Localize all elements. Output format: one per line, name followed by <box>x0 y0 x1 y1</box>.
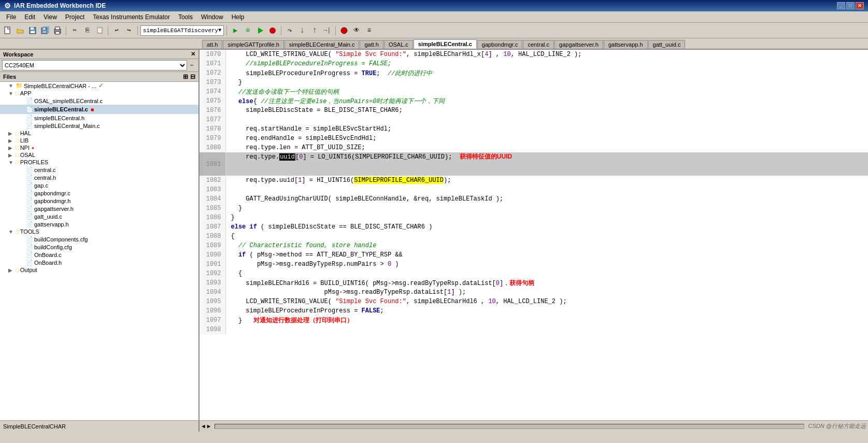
tree-folder-app[interactable]: ▼ □ APP <box>0 90 198 97</box>
stop-button[interactable] <box>267 25 278 36</box>
code-line[interactable]: pMsg->msg.readByTypeRsp.numPairs > 0 ) <box>225 260 868 269</box>
horizontal-scrollbar[interactable] <box>215 424 804 429</box>
code-editor[interactable]: 1070 LCD_WRITE_STRING_VALUE( "Simple Svc… <box>200 50 868 420</box>
minimize-button[interactable]: _ <box>837 2 845 9</box>
code-line[interactable]: simpleBLEDiscState = BLE_DISC_STATE_CHAR… <box>225 106 868 115</box>
tab-simpleGATTprofile[interactable]: simpleGATTprofile.h <box>223 40 283 49</box>
tree-file-onboard-h[interactable]: 📄 OnBoard.h <box>0 259 198 266</box>
code-line[interactable]: simpleBLEProcedureInProgress = FALSE; <box>225 306 868 316</box>
tree-project-root[interactable]: ▼ 📁 SimpleBLECentralCHAR - ... ✓ <box>0 82 198 90</box>
watch-button[interactable]: 👁 <box>351 25 362 36</box>
code-line[interactable]: { <box>225 232 868 241</box>
code-line[interactable]: simpleBLECharHdl6 = BUILD_UINT16( pMsg->… <box>225 278 868 288</box>
filter-icon[interactable]: ⊞ <box>183 73 188 80</box>
code-line[interactable]: LCD_WRITE_STRING_VALUE( "Simple Svc Foun… <box>225 50 868 59</box>
tab-simpleBLECentral-c[interactable]: simpleBLECentral.c <box>414 39 477 49</box>
menu-window[interactable]: Window <box>197 12 227 22</box>
tab-gapgattserver-h[interactable]: gapgattserver.h <box>554 40 603 49</box>
menu-edit[interactable]: Edit <box>20 12 39 22</box>
menu-file[interactable]: File <box>2 12 20 22</box>
code-line[interactable]: { <box>225 269 868 278</box>
step-into-button[interactable]: ↓ <box>296 25 308 36</box>
code-line[interactable]: req.startHandle = simpleBLESvcStartHdl; <box>225 124 868 134</box>
undo-button[interactable]: ↩ <box>111 25 122 36</box>
tree-folder-npi[interactable]: ▶ □ NPI ● <box>0 144 198 151</box>
menu-project[interactable]: Project <box>61 12 89 22</box>
tree-file-gatt-uuid-c[interactable]: 📄 gatt_uuid.c <box>0 212 198 220</box>
menu-ti-emulator[interactable]: Texas Instruments Emulator <box>89 12 174 22</box>
tree-folder-profiles[interactable]: ▼ □ PROFILES <box>0 159 198 166</box>
tree-file-gattservapp-h[interactable]: 📄 gattservapp.h <box>0 220 198 228</box>
tree-file-simpleblecentral-h[interactable]: 📄 simpleBLECentral.h <box>0 114 198 122</box>
menu-tools[interactable]: Tools <box>174 12 197 22</box>
code-line[interactable]: // Characteristic found, store handle <box>225 241 868 250</box>
code-line[interactable] <box>225 185 868 194</box>
tree-file-gap-c[interactable]: 📄 gap.c <box>0 181 198 189</box>
tree-file-buildcomponents[interactable]: 📄 buildComponents.cfg <box>0 235 198 243</box>
tree-file-onboard-c[interactable]: 📄 OnBoard.c <box>0 251 198 259</box>
code-line[interactable]: req.type.len = ATT_BT_UUID_SIZE; <box>225 143 868 152</box>
tree-file-simpleblecentral-c[interactable]: 📄 simpleBLECentral.c ● <box>0 105 198 114</box>
workspace-close-button[interactable]: ✕ <box>191 51 195 58</box>
save-button[interactable] <box>27 25 38 36</box>
step-over-button[interactable]: ↷ <box>284 25 295 36</box>
tree-file-gapbondmgr-c[interactable]: 📄 gapbondmgr.c <box>0 189 198 197</box>
close-button[interactable]: ✕ <box>856 2 864 9</box>
tab-gatt-h[interactable]: gatt.h <box>360 40 383 49</box>
compile-button[interactable]: ⚙ <box>242 25 253 36</box>
tree-file-gapbondmgr-h[interactable]: 📄 gapbondmgr.h <box>0 197 198 205</box>
print-button[interactable] <box>52 25 63 36</box>
register-button[interactable]: ≡ <box>363 25 375 36</box>
tree-file-central-h[interactable]: 📄 central.h <box>0 174 198 181</box>
code-line[interactable]: req.type.uuid[0] = LO_UINT16(SIMPLEPROFI… <box>225 152 868 176</box>
toggle-breakpoint-button[interactable] <box>338 25 350 36</box>
tab-gapbondmgr-c[interactable]: gapbondmgr.c <box>477 40 523 49</box>
code-line[interactable]: req.endHandle = simpleBLESvcEndHdl; <box>225 134 868 143</box>
tab-simpleBLECentral-Main[interactable]: simpleBLECentral_Main.c <box>284 40 360 49</box>
code-line[interactable]: else if ( simpleBLEDiscState == BLE_DISC… <box>225 222 868 232</box>
code-line[interactable]: //simpleBLEProcedureInProgress = FALSE; <box>225 59 868 68</box>
maximize-button[interactable]: □ <box>846 2 855 9</box>
code-line[interactable]: else{ //注意这里一定要else，当numPairs=0时才能再读下一个，… <box>225 96 868 106</box>
code-line[interactable]: if ( pMsg->method == ATT_READ_BY_TYPE_RS… <box>225 250 868 260</box>
open-file-button[interactable] <box>15 25 26 36</box>
tab-OSAL-c[interactable]: OSAL.c <box>384 40 413 49</box>
step-out-button[interactable]: ↑ <box>309 25 320 36</box>
device-select[interactable]: CC2540EM <box>2 60 187 70</box>
tree-folder-tools[interactable]: ▼ □ TOOLS <box>0 228 198 235</box>
code-line[interactable] <box>225 115 868 124</box>
tree-folder-hal[interactable]: ▶ □ HAL <box>0 130 198 137</box>
copy-button[interactable]: ⎘ <box>81 25 93 36</box>
code-line[interactable]: req.type.uuid[1] = HI_UINT16(SIMPLEPROFI… <box>225 176 868 185</box>
code-line[interactable]: } <box>225 204 868 213</box>
code-line[interactable]: } <box>225 213 868 222</box>
tree-folder-output[interactable]: ▶ □ Output <box>0 266 198 274</box>
code-line[interactable]: LCD_WRITE_STRING_VALUE( "Simple Svc Foun… <box>225 297 868 306</box>
code-line[interactable]: pMsg->msg.readByTypeRsp.dataList[1] ); <box>225 288 868 297</box>
tree-folder-osal[interactable]: ▶ □ OSAL <box>0 151 198 159</box>
cut-button[interactable]: ✂ <box>69 25 80 36</box>
project-dropdown[interactable]: simpleBLEGATTdiscovery ▼ <box>140 25 224 36</box>
scroll-right-icon[interactable]: ▶ <box>207 423 211 430</box>
code-line[interactable] <box>225 325 868 334</box>
debug-button[interactable] <box>254 25 266 36</box>
code-line[interactable]: //发送命令读取下一个特征值的句柄 <box>225 87 868 96</box>
paste-button[interactable]: 📋 <box>94 25 105 36</box>
tree-file-buildconfig[interactable]: 📄 buildConfig.cfg <box>0 243 198 251</box>
new-file-button[interactable] <box>2 25 13 36</box>
build-button[interactable]: ▶ <box>230 25 241 36</box>
menu-view[interactable]: View <box>39 12 61 22</box>
tab-gatt-uuid-c[interactable]: gatt_uuid.c <box>648 40 686 49</box>
code-line[interactable]: simpleBLEProcedureInProgress = TRUE; //此… <box>225 68 868 78</box>
tab-central-c[interactable]: central.c <box>523 40 554 49</box>
scroll-left-icon[interactable]: ◀ <box>202 423 205 430</box>
expand-icon[interactable]: ⊟ <box>190 73 195 80</box>
redo-button[interactable]: ↪ <box>123 25 135 36</box>
tab-gattservapp-h[interactable]: gattservapp.h <box>604 40 648 49</box>
run-to-cursor-button[interactable]: →| <box>321 25 333 36</box>
tree-file-central-c[interactable]: 📄 central.c <box>0 166 198 174</box>
tree-folder-lib[interactable]: ▶ □ LIB <box>0 137 198 144</box>
device-settings-icon[interactable]: ⋯ <box>187 61 196 70</box>
tree-file-osal-simple[interactable]: 📄 OSAL_simpleBLECentral.c <box>0 97 198 105</box>
menu-help[interactable]: Help <box>227 12 249 22</box>
